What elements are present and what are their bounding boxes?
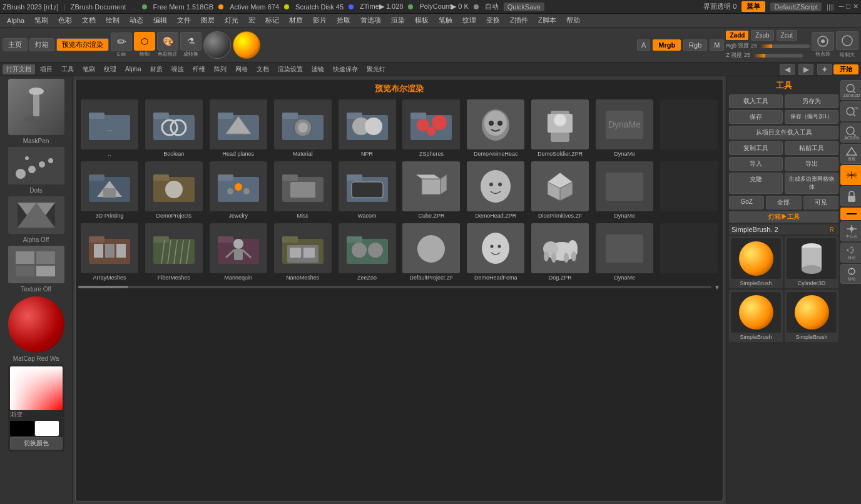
submenu-start[interactable]: 开始 — [833, 64, 858, 74]
menu-draw[interactable]: 绘制 — [101, 15, 124, 26]
menu-render[interactable]: 渲染 — [387, 15, 409, 26]
submenu-material[interactable]: 材质 — [146, 64, 166, 74]
goz-btn[interactable]: GoZ — [729, 196, 764, 209]
menu-pickup[interactable]: 拾取 — [332, 15, 355, 26]
lightbox-tools-btn[interactable]: 灯箱▶工具 — [729, 211, 838, 223]
z-intensity-slider[interactable] — [753, 54, 803, 58]
menu-zscript[interactable]: Z脚本 — [534, 15, 561, 26]
menu-zplugin[interactable]: Z插件 — [506, 15, 532, 26]
edit-btn[interactable]: ✏ Edit — [111, 33, 132, 57]
submenu-filter[interactable]: 滤镜 — [308, 64, 328, 74]
file-item-demosoldier[interactable]: DemoSoldier.ZPR — [529, 98, 591, 158]
file-item-demoanime[interactable]: DemoAnimeHeac — [464, 98, 527, 158]
menu-macro[interactable]: 宏 — [244, 15, 260, 26]
submenu-brush[interactable]: 笔刷 — [79, 64, 99, 74]
zoom100-btn[interactable]: 100% — [840, 101, 861, 121]
file-item-3dprinting[interactable]: 3D Printing — [78, 160, 141, 220]
file-item-zeezoo[interactable]: ZeeZoo — [336, 222, 399, 282]
file-item-fibermeshes[interactable]: FiberMeshes — [143, 222, 205, 282]
file-item-arraymeshes[interactable]: ArrayMeshes — [78, 222, 141, 282]
close-btn[interactable]: ✕ — [853, 3, 858, 11]
scroll-arrows[interactable]: ▼ — [714, 284, 720, 291]
color-btn[interactable]: 🎨 色彩校正 — [157, 32, 178, 58]
submenu-quick-save[interactable]: 快速保存 — [329, 64, 362, 74]
file-item-material[interactable]: Material — [272, 98, 334, 158]
submenu-mesh[interactable]: 网格 — [232, 64, 252, 74]
submenu-tool[interactable]: 工具 — [58, 64, 78, 74]
menu-brush[interactable]: 笔刷 — [30, 15, 53, 26]
black-swatch[interactable] — [10, 421, 34, 436]
menu-document[interactable]: 文档 — [78, 15, 100, 26]
minimize-btn[interactable]: ─ — [839, 3, 844, 11]
window-controls[interactable]: ─ □ ✕ — [839, 3, 858, 11]
color-gradient[interactable] — [10, 366, 63, 410]
menu-movie[interactable]: 影片 — [308, 15, 331, 26]
submenu-array[interactable]: 阵列 — [210, 64, 230, 74]
file-item-dotdot[interactable]: .. .. — [78, 98, 141, 158]
brush-item-cylinder[interactable]: Cylinder3D — [785, 236, 838, 288]
menu-edit[interactable]: 编辑 — [149, 15, 171, 26]
submenu-spotlight[interactable]: 聚光灯 — [363, 64, 389, 74]
file-item-boolean[interactable]: Boolean — [143, 98, 205, 158]
move2-btn[interactable]: 移动 — [840, 264, 861, 284]
draw-mode-btn[interactable]: ⬡ 绘制 — [134, 32, 155, 58]
file-item-npr[interactable]: NPR — [336, 98, 399, 158]
focal-btn[interactable] — [812, 32, 834, 51]
star-btn[interactable]: ✦ — [817, 64, 832, 75]
copy-tool-btn[interactable]: 复制工具 — [729, 141, 783, 155]
file-item-wacom[interactable]: Wacom — [336, 160, 399, 220]
mrgb-btn[interactable]: Mrgb — [653, 39, 681, 51]
texture-preview[interactable] — [8, 246, 64, 283]
scrollbar-area[interactable]: ▼ — [78, 285, 720, 290]
default-zscript[interactable]: DefaultZScript — [770, 3, 822, 11]
brush-item-simple3[interactable]: SimpleBrush — [785, 290, 838, 342]
center-point-btn[interactable]: 中心点 — [840, 221, 861, 241]
color-picker[interactable]: 渐变 切换颜色 — [8, 365, 64, 451]
clone-btn[interactable]: 克隆 — [729, 173, 783, 194]
orange-bar-btn[interactable] — [840, 208, 861, 220]
menu-color[interactable]: 色彩 — [54, 15, 76, 26]
menu-help[interactable]: 帮助 — [562, 15, 584, 26]
zoom2d-btn[interactable]: Zoom2D — [840, 80, 861, 100]
file-item-headplanes[interactable]: Head planes — [207, 98, 270, 158]
menu-material[interactable]: 材质 — [285, 15, 307, 26]
brush-preview[interactable] — [8, 79, 64, 135]
dots-preview[interactable] — [8, 147, 64, 184]
file-item-misc[interactable]: Misc — [272, 160, 334, 220]
matcap-sphere[interactable] — [8, 296, 64, 353]
nav-next[interactable]: ▶ — [798, 64, 813, 75]
submenu-render-settings[interactable]: 渲染设置 — [274, 64, 307, 74]
file-item-nanomeshes[interactable]: NanoMeshes — [272, 222, 334, 282]
scroll-track[interactable] — [78, 286, 711, 288]
file-item-cube[interactable]: Cube.ZPR — [400, 160, 463, 220]
brush-item-simplegold[interactable]: SimpleBrush — [729, 236, 783, 288]
file-item-dog[interactable]: Dog.ZPR — [529, 222, 591, 282]
file-item-jewelry[interactable]: Jewelry — [207, 160, 270, 220]
submenu-project[interactable]: 项目 — [36, 64, 56, 74]
zsub-btn[interactable]: Zsub — [751, 30, 773, 41]
menu-alpha[interactable]: Alpha — [3, 16, 29, 25]
quick-save[interactable]: QuickSave — [504, 3, 544, 11]
paste-tool-btn[interactable]: 粘贴工具 — [785, 141, 838, 155]
lightbox-tab[interactable]: 灯箱 — [29, 38, 54, 51]
file-item-defaultproject[interactable]: DefaultProject.ZF — [400, 222, 463, 282]
file-item-diceprimitives[interactable]: DicePrimitives.ZF — [529, 160, 591, 220]
white-swatch[interactable] — [35, 421, 59, 436]
submenu-open-doc[interactable]: 打开文档 — [3, 64, 35, 74]
submenu-texture[interactable]: 纹理 — [100, 64, 120, 74]
nav-prev[interactable]: ◀ — [780, 64, 795, 75]
perspective-btn[interactable]: 透视 — [840, 144, 861, 164]
menu-light[interactable]: 灯光 — [220, 15, 243, 26]
zadd-btn[interactable]: Zadd — [726, 31, 748, 40]
all-btn[interactable]: 全部 — [766, 196, 801, 209]
switch-color-btn[interactable]: 切换颜色 — [10, 437, 63, 450]
m-btn[interactable]: M — [710, 39, 724, 51]
a-btn[interactable]: A — [637, 39, 650, 51]
lock-btn[interactable] — [840, 186, 861, 206]
zcut-btn[interactable]: Zcut — [777, 30, 797, 41]
draw-size-btn[interactable] — [836, 31, 858, 50]
menu-stencil[interactable]: 模板 — [410, 15, 433, 26]
brush-item-simple2[interactable]: SimpleBrush — [729, 290, 783, 342]
menu-stroke[interactable]: 笔触 — [434, 15, 457, 26]
menu-btn[interactable]: 菜单 — [741, 1, 765, 12]
